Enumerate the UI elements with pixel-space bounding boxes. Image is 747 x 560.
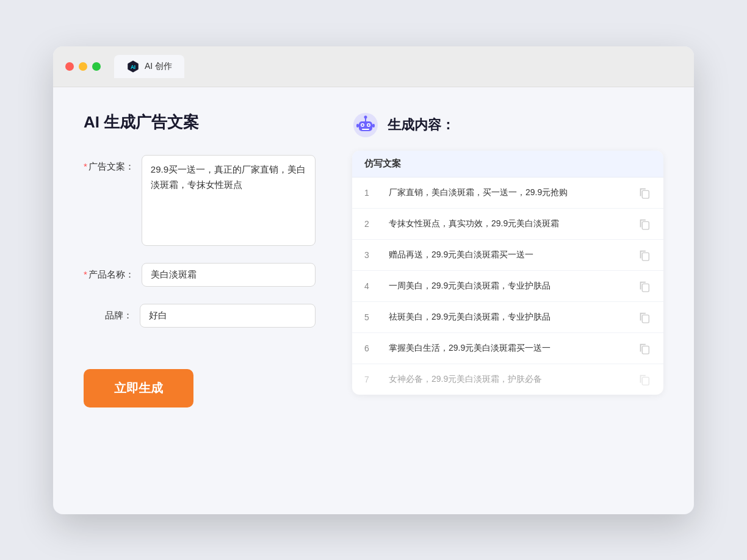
item-text: 掌握美白生活，29.9元美白淡斑霜买一送一 <box>389 342 628 354</box>
result-item: 2专抹女性斑点，真实功效，29.9元美白淡斑霜 <box>352 209 663 240</box>
item-text: 赠品再送，29.9元美白淡斑霜买一送一 <box>389 248 628 261</box>
item-number: 7 <box>364 375 379 384</box>
content-area: AI 生成广告文案 *广告文案： 29.9买一送一，真正的厂家直销，美白淡斑霜，… <box>53 87 694 514</box>
svg-rect-11 <box>356 124 359 127</box>
svg-rect-13 <box>642 190 649 198</box>
tab-label: AI 创作 <box>145 61 172 72</box>
item-text: 厂家直销，美白淡斑霜，买一送一，29.9元抢购 <box>389 186 628 199</box>
copy-icon[interactable] <box>638 373 651 386</box>
svg-rect-15 <box>642 253 649 260</box>
result-item: 1厂家直销，美白淡斑霜，买一送一，29.9元抢购 <box>352 178 663 209</box>
svg-rect-14 <box>642 221 649 229</box>
item-number: 3 <box>364 250 379 260</box>
ad-required-star: * <box>84 161 87 171</box>
ad-label: *广告文案： <box>84 155 134 173</box>
result-title: 生成内容： <box>388 116 455 134</box>
ai-tab[interactable]: AI AI 创作 <box>114 55 184 78</box>
copy-icon[interactable] <box>638 248 651 262</box>
product-input[interactable] <box>142 263 316 287</box>
table-header: 仿写文案 <box>352 151 663 178</box>
item-number: 2 <box>364 219 379 229</box>
svg-point-7 <box>368 124 370 126</box>
svg-point-6 <box>362 124 364 126</box>
minimize-button[interactable] <box>79 62 87 71</box>
copy-icon[interactable] <box>638 279 651 293</box>
close-button[interactable] <box>65 62 74 71</box>
brand-input[interactable] <box>140 304 316 328</box>
svg-rect-12 <box>372 124 375 127</box>
svg-rect-16 <box>642 284 649 292</box>
result-item: 3赠品再送，29.9元美白淡斑霜买一送一 <box>352 240 663 271</box>
copy-icon[interactable] <box>638 342 651 355</box>
svg-rect-8 <box>362 129 369 130</box>
item-text: 祛斑美白，29.9元美白淡斑霜，专业护肤品 <box>389 311 628 323</box>
page-title: AI 生成广告文案 <box>84 112 316 133</box>
title-bar: AI AI 创作 <box>53 46 694 87</box>
product-label: *产品名称： <box>84 263 134 281</box>
result-table: 仿写文案 1厂家直销，美白淡斑霜，买一送一，29.9元抢购 2专抹女性斑点，真实… <box>352 151 663 395</box>
copy-icon[interactable] <box>638 217 651 231</box>
ad-textarea[interactable]: 29.9买一送一，真正的厂家直销，美白淡斑霜，专抹女性斑点 <box>142 155 316 246</box>
result-item: 4一周美白，29.9元美白淡斑霜，专业护肤品 <box>352 271 663 302</box>
maximize-button[interactable] <box>92 62 101 71</box>
result-item: 7女神必备，29.9元美白淡斑霜，护肤必备 <box>352 364 663 395</box>
item-number: 4 <box>364 281 379 291</box>
item-text: 专抹女性斑点，真实功效，29.9元美白淡斑霜 <box>389 217 628 230</box>
item-text: 一周美白，29.9元美白淡斑霜，专业护肤品 <box>389 279 628 292</box>
brand-form-row: 品牌： <box>84 304 316 328</box>
copy-icon[interactable] <box>638 186 651 199</box>
svg-rect-19 <box>642 377 649 385</box>
generate-button[interactable]: 立即生成 <box>84 369 193 407</box>
item-text: 女神必备，29.9元美白淡斑霜，护肤必备 <box>389 373 628 386</box>
traffic-lights <box>65 62 101 71</box>
product-form-row: *产品名称： <box>84 263 316 287</box>
result-item: 6掌握美白生活，29.9元美白淡斑霜买一送一 <box>352 333 663 364</box>
item-number: 5 <box>364 312 379 322</box>
ad-form-row: *广告文案： 29.9买一送一，真正的厂家直销，美白淡斑霜，专抹女性斑点 <box>84 155 316 246</box>
item-number: 6 <box>364 343 379 353</box>
copy-icon[interactable] <box>638 311 651 324</box>
item-number: 1 <box>364 188 379 198</box>
left-panel: AI 生成广告文案 *广告文案： 29.9买一送一，真正的厂家直销，美白淡斑霜，… <box>84 112 316 490</box>
brand-label: 品牌： <box>84 304 132 321</box>
result-header: 生成内容： <box>352 112 663 138</box>
svg-point-10 <box>364 115 367 118</box>
svg-rect-18 <box>642 346 649 354</box>
product-required-star: * <box>84 269 87 279</box>
svg-text:AI: AI <box>131 64 135 70</box>
result-items-container: 1厂家直销，美白淡斑霜，买一送一，29.9元抢购 2专抹女性斑点，真实功效，29… <box>352 178 663 395</box>
right-panel: 生成内容： 仿写文案 1厂家直销，美白淡斑霜，买一送一，29.9元抢购 2专抹女… <box>352 112 663 490</box>
svg-rect-17 <box>642 315 649 323</box>
browser-window: AI AI 创作 AI 生成广告文案 *广告文案： 29.9买一送一，真正的厂家… <box>53 46 694 514</box>
result-item: 5祛斑美白，29.9元美白淡斑霜，专业护肤品 <box>352 302 663 333</box>
ai-tab-icon: AI <box>126 60 140 73</box>
robot-icon <box>352 112 379 138</box>
